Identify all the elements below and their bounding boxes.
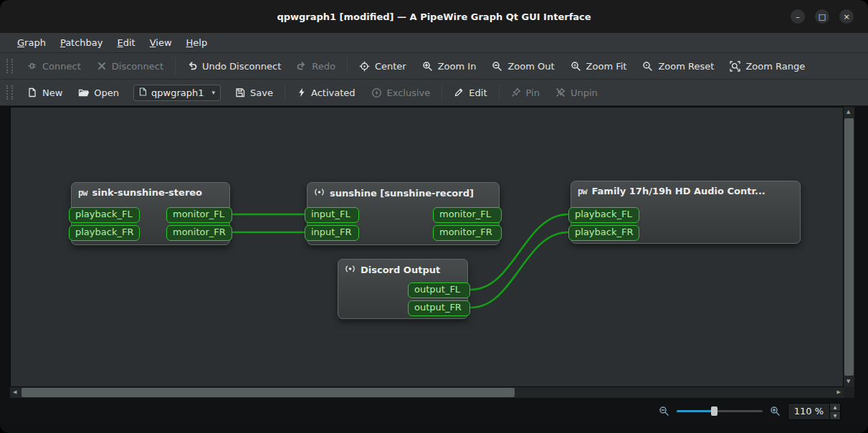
redo-label: Redo [312,61,335,72]
undo-disconnect-button[interactable]: Undo Disconnect [180,57,288,75]
menu-graph[interactable]: Graph [10,34,53,51]
pin-label: Pin [526,87,540,98]
toolbar-grip[interactable] [6,85,13,100]
undo-icon [187,61,197,71]
node-family-hd-audio[interactable]: pw Family 17h/19h HD Audio Contr... play… [571,181,801,244]
disconnect-button[interactable]: Disconnect [90,57,171,75]
connect-button[interactable]: Connect [20,57,88,75]
port-playback-fr[interactable]: playback_FR [568,225,639,241]
edit-label: Edit [469,87,487,98]
maximize-button[interactable]: □ [815,9,829,24]
zoom-slider-handle[interactable] [711,406,717,416]
toolbar-separator [175,58,176,74]
pipewire-icon: pw [78,188,87,198]
exclusive-button[interactable]: Exclusive [364,84,438,102]
save-icon [235,87,245,97]
open-folder-icon [78,87,89,97]
scroll-left-icon[interactable]: ◀ [13,390,16,395]
edit-button[interactable]: Edit [447,84,494,102]
toolbar-grip[interactable] [6,59,13,73]
scroll-down-icon[interactable]: ▼ [846,379,850,384]
patchbay-toolbar: New Open qpwgraph1 ▾ Save Activated Excl… [0,80,868,106]
zoom-range-icon [730,61,740,72]
unpin-icon [555,87,566,97]
port-playback-fl[interactable]: playback_FL [568,207,639,223]
patchbay-file-icon [139,87,147,98]
zoom-fit-button[interactable]: Zoom Fit [563,57,634,75]
unpin-button[interactable]: Unpin [548,84,605,102]
titlebar[interactable]: qpwgraph1 [modified] — A PipeWire Graph … [0,0,868,33]
zoom-reset-button[interactable]: Zoom Reset [635,57,721,75]
port-output-fr[interactable]: output_FR [408,300,470,316]
disconnect-label: Disconnect [112,61,163,72]
horizontal-scrollbar-thumb[interactable] [22,388,515,397]
port-input-fl[interactable]: input_FL [305,207,359,223]
zoom-in-icon [422,61,433,72]
node-title: sunshine [sunshine-record] [307,183,499,202]
port-monitor-fr[interactable]: monitor_FR [166,225,232,241]
port-monitor-fl[interactable]: monitor_FL [166,207,232,223]
statusbar: 110 % ▲ ▼ [0,398,868,424]
horizontal-scrollbar[interactable]: ◀ ▶ [10,387,844,398]
node-title-text: sunshine [sunshine-record] [330,188,474,199]
scroll-up-icon[interactable]: ▲ [846,110,850,115]
zoom-in-magnifier-icon[interactable] [770,406,781,417]
node-title: Discord Output [338,260,467,279]
graph-canvas[interactable]: pw sink-sunshine-stereo playback_FL play… [10,107,844,387]
port-playback-fr[interactable]: playback_FR [69,225,140,241]
port-output-fl[interactable]: output_FL [408,282,470,298]
close-button[interactable]: × [839,9,854,24]
window-controls: – □ × [791,9,854,24]
node-title-text: Discord Output [361,265,440,275]
center-button[interactable]: Center [352,57,414,75]
zoom-out-button[interactable]: Zoom Out [485,57,561,75]
zoom-spinbox[interactable]: 110 % ▲ ▼ [788,403,841,420]
maximize-icon: □ [819,13,826,21]
port-monitor-fr[interactable]: monitor_FR [433,225,502,241]
spin-down-button[interactable]: ▼ [830,411,840,419]
node-sink-sunshine-stereo[interactable]: pw sink-sunshine-stereo playback_FL play… [71,182,230,245]
scroll-right-icon[interactable]: ▶ [837,390,841,395]
menubar: Graph Patchbay Edit View Help [0,33,868,53]
redo-button[interactable]: Redo [290,57,343,75]
patchbay-combo[interactable]: qpwgraph1 ▾ [133,85,221,101]
port-input-fr[interactable]: input_FR [305,225,359,241]
zoom-in-button[interactable]: Zoom In [415,57,484,75]
port-playback-fl[interactable]: playback_FL [69,207,140,223]
graph-toolbar: Connect Disconnect Undo Disconnect Redo … [0,53,868,80]
chevron-down-icon: ▾ [212,89,216,96]
node-discord-output[interactable]: Discord Output output_FL output_FR [338,259,468,319]
port-monitor-fl[interactable]: monitor_FL [433,207,502,223]
center-icon [359,61,370,72]
menu-help[interactable]: Help [179,34,215,51]
zoom-range-button[interactable]: Zoom Range [722,57,812,75]
zoom-value: 110 % [788,404,829,419]
open-button[interactable]: Open [71,84,126,102]
vertical-scrollbar-thumb[interactable] [844,118,854,376]
save-button[interactable]: Save [228,84,280,102]
spin-up-button[interactable]: ▲ [830,404,840,411]
new-button[interactable]: New [20,84,70,102]
new-file-icon [27,87,37,97]
zoom-out-magnifier-icon[interactable] [659,406,669,417]
pipewire-icon: pw [578,186,586,196]
node-title: pw sink-sunshine-stereo [72,183,229,201]
node-sunshine-record[interactable]: sunshine [sunshine-record] input_FL inpu… [307,182,500,245]
minimize-button[interactable]: – [791,9,805,24]
zoom-range-label: Zoom Range [745,61,805,72]
minimize-icon: – [796,13,800,21]
zoom-reset-label: Zoom Reset [658,61,714,72]
edit-pencil-icon [454,87,464,97]
connect-icon [27,61,37,71]
zoom-fit-icon [571,61,581,72]
menu-edit[interactable]: Edit [110,34,143,51]
unpin-label: Unpin [571,87,598,98]
pin-button[interactable]: Pin [504,84,547,102]
zoom-slider[interactable] [677,405,763,417]
vertical-scrollbar[interactable]: ▲ ▼ [844,107,854,387]
activated-button[interactable]: Activated [290,84,363,102]
node-title-text: Family 17h/19h HD Audio Contr... [591,186,765,196]
node-title: pw Family 17h/19h HD Audio Contr... [571,181,800,199]
menu-view[interactable]: View [143,34,179,51]
menu-patchbay[interactable]: Patchbay [53,34,110,51]
